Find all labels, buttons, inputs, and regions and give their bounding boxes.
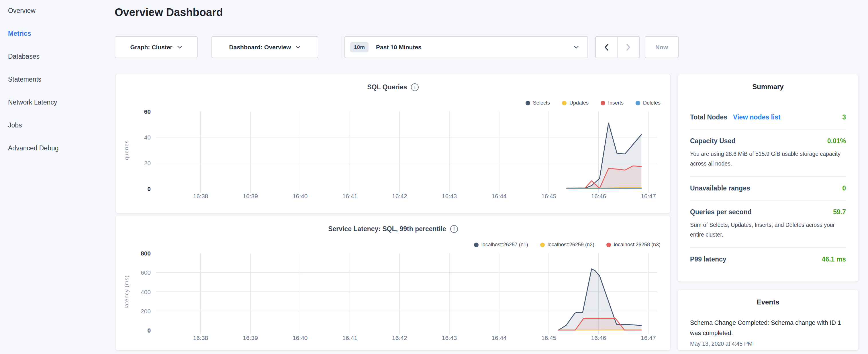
summary-row-value: 0 (842, 185, 846, 192)
summary-row-value: 0.01% (827, 137, 846, 145)
chart-svg: 020040060080016:3816:3916:4016:4116:4216… (116, 246, 671, 345)
chevron-right-icon (626, 43, 631, 51)
graph-dropdown-label: Graph: Cluster (130, 44, 172, 51)
view-nodes-list-link[interactable]: View nodes list (733, 114, 781, 121)
page-title: Overview Dashboard (115, 6, 223, 19)
summary-row-label: P99 latency (690, 255, 726, 263)
svg-text:16:38: 16:38 (193, 193, 208, 199)
summary-row: Queries per second59.7Sum of Selects, Up… (690, 200, 846, 247)
summary-row: Total NodesView nodes list3 (690, 106, 846, 129)
controls-divider (342, 36, 342, 58)
sidebar-item-network-latency[interactable]: Network Latency (8, 98, 115, 107)
summary-row-value: 3 (842, 114, 846, 121)
sidebar: OverviewMetricsDatabasesStatementsNetwor… (0, 0, 115, 354)
event-timestamp: May 13, 2020 at 4:45 PM (690, 341, 846, 347)
chart-title: SQL Queries (367, 83, 407, 91)
svg-text:0: 0 (147, 186, 151, 192)
chart-plot[interactable]: 020406016:3816:3916:4016:4116:4216:4316:… (116, 105, 671, 204)
svg-text:600: 600 (141, 269, 151, 276)
svg-text:16:38: 16:38 (193, 334, 208, 341)
chart-plot[interactable]: 020040060080016:3816:3916:4016:4116:4216… (116, 246, 671, 345)
sidebar-item-jobs[interactable]: Jobs (8, 121, 115, 130)
svg-text:16:47: 16:47 (641, 334, 656, 341)
svg-text:16:39: 16:39 (243, 334, 258, 341)
svg-text:16:44: 16:44 (492, 334, 507, 341)
chevron-left-icon (604, 43, 609, 51)
summary-panel: Summary Total NodesView nodes list3Capac… (678, 74, 858, 282)
info-icon[interactable]: i (450, 225, 458, 233)
svg-text:20: 20 (144, 160, 151, 166)
dashboard-dropdown[interactable]: Dashboard: Overview (212, 36, 318, 58)
chevron-down-icon (177, 45, 182, 49)
svg-text:200: 200 (141, 308, 151, 315)
svg-text:400: 400 (141, 289, 151, 295)
summary-row-label: Queries per second (690, 208, 752, 216)
time-next-button[interactable] (618, 37, 639, 58)
svg-text:latency (ms): latency (ms) (124, 275, 129, 308)
time-step-buttons (595, 36, 640, 58)
chevron-down-icon (574, 45, 579, 49)
svg-text:16:42: 16:42 (392, 193, 407, 199)
svg-text:0: 0 (147, 327, 151, 334)
summary-row-label: Unavailable ranges (690, 185, 750, 192)
svg-text:16:44: 16:44 (492, 193, 507, 199)
svg-text:16:46: 16:46 (591, 334, 607, 341)
summary-row-label: Capacity Used (690, 137, 736, 145)
chart-title: Service Latency: SQL, 99th percentile (328, 225, 446, 232)
now-button[interactable]: Now (645, 36, 679, 58)
svg-text:16:41: 16:41 (342, 193, 358, 199)
summary-row-label: Total Nodes (690, 114, 727, 121)
sidebar-item-statements[interactable]: Statements (8, 75, 115, 84)
chart-svg: 020406016:3816:3916:4016:4116:4216:4316:… (116, 105, 671, 204)
summary-row: P99 latency46.1 ms (690, 247, 846, 271)
sidebar-item-databases[interactable]: Databases (8, 52, 115, 61)
sidebar-item-advanced-debug[interactable]: Advanced Debug (8, 143, 115, 153)
time-range-badge: 10m (350, 42, 369, 53)
svg-text:16:40: 16:40 (292, 334, 308, 341)
svg-text:16:45: 16:45 (541, 193, 557, 199)
info-icon[interactable]: i (411, 83, 419, 91)
svg-text:60: 60 (144, 108, 151, 115)
svg-text:16:43: 16:43 (442, 193, 457, 199)
summary-row-description: You are using 28.6 MiB of 515.9 GiB usab… (690, 149, 846, 168)
svg-text:16:39: 16:39 (243, 193, 258, 199)
summary-row-description: Sum of Selects, Updates, Inserts, and De… (690, 220, 846, 239)
svg-text:16:47: 16:47 (641, 193, 656, 199)
svg-text:16:43: 16:43 (442, 334, 457, 341)
event-text: Schema Change Completed: Schema change w… (690, 318, 846, 338)
events-title: Events (690, 290, 846, 306)
time-range-label: Past 10 Minutes (376, 44, 574, 51)
time-range-dropdown[interactable]: 10m Past 10 Minutes (344, 36, 588, 58)
summary-row: Unavailable ranges0 (690, 176, 846, 200)
svg-text:16:42: 16:42 (392, 334, 407, 341)
svg-text:16:46: 16:46 (591, 193, 607, 199)
summary-row-value: 59.7 (833, 208, 846, 216)
svg-text:queries: queries (124, 140, 129, 160)
sidebar-item-metrics[interactable]: Metrics (8, 29, 115, 38)
graph-dropdown[interactable]: Graph: Cluster (115, 36, 198, 58)
sidebar-item-overview[interactable]: Overview (8, 6, 115, 15)
svg-text:16:41: 16:41 (342, 334, 358, 341)
svg-text:40: 40 (144, 134, 151, 141)
svg-text:16:45: 16:45 (541, 334, 557, 341)
service-latency-chart-card: Service Latency: SQL, 99th percentilei l… (116, 216, 671, 351)
summary-row: Capacity Used0.01%You are using 28.6 MiB… (690, 129, 846, 176)
time-prev-button[interactable] (596, 37, 618, 58)
events-panel: Events Schema Change Completed: Schema c… (678, 289, 858, 351)
summary-row-value: 46.1 ms (822, 255, 846, 263)
dashboard-dropdown-label: Dashboard: Overview (229, 44, 291, 51)
sql-queries-chart-card: SQL Queriesi SelectsUpdatesInsertsDelete… (116, 74, 671, 213)
chevron-down-icon (296, 45, 301, 49)
svg-text:16:40: 16:40 (292, 193, 308, 199)
svg-text:800: 800 (141, 250, 151, 257)
summary-title: Summary (690, 74, 846, 91)
